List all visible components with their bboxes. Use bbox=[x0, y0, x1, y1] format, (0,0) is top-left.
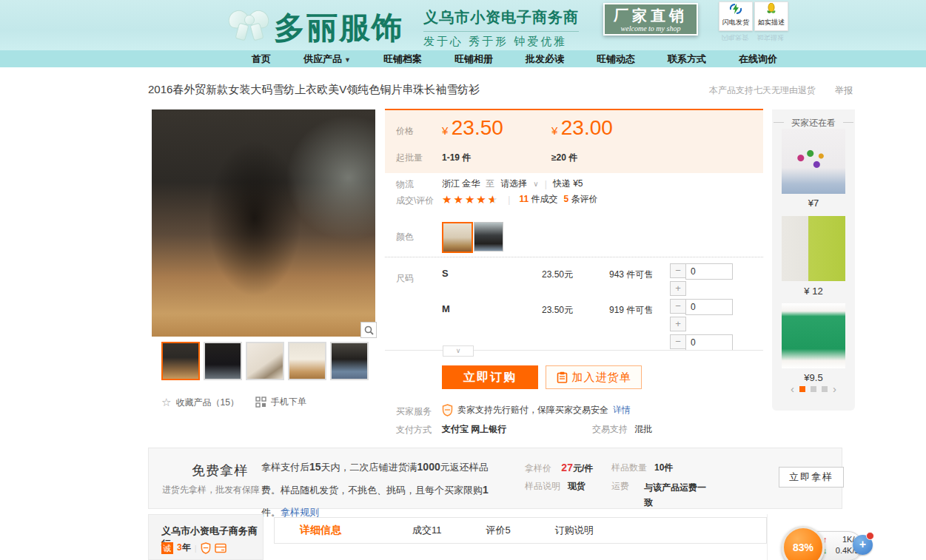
related-product-1[interactable] bbox=[782, 129, 845, 194]
favorite-product[interactable]: ☆ 收藏产品（15） bbox=[161, 396, 239, 409]
size-row-m: M 23.50元 919 件可售 − + bbox=[385, 294, 763, 330]
star-outline-icon: ☆ bbox=[161, 396, 171, 409]
free-sample-section: 免费拿样 进货先拿样，批发有保障！ 拿样支付后15天内，二次店铺进货满1000元… bbox=[148, 448, 842, 509]
detail-link[interactable]: 详情 bbox=[613, 404, 631, 416]
honest-description-tile[interactable]: 如实描述 bbox=[754, 1, 788, 31]
divider bbox=[385, 350, 763, 351]
minus-button[interactable]: − bbox=[670, 334, 686, 349]
return-policy-text: 本产品支持七天无理由退货 bbox=[709, 84, 816, 97]
nav-item-archive[interactable]: 旺铺档案 bbox=[383, 53, 422, 66]
thumbnail-4[interactable] bbox=[288, 342, 326, 380]
color-swatch-2[interactable] bbox=[474, 222, 503, 252]
clipboard-icon bbox=[557, 371, 568, 383]
pager-prev-icon[interactable]: ‹ bbox=[791, 385, 794, 393]
destination-select[interactable]: 请选择 bbox=[500, 178, 527, 190]
trade-support-value: 混批 bbox=[634, 423, 652, 436]
min-qty-tier-1: 1-19 件 bbox=[442, 152, 471, 164]
main-nav: 首页 供应产品▼ 旺铺档案 旺铺相册 批发必读 旺铺动态 联系方式 在线询价 bbox=[0, 50, 926, 67]
logistics-label: 物流 bbox=[396, 178, 414, 191]
color-swatch-1[interactable] bbox=[442, 222, 473, 253]
tab-detail-info[interactable]: 详细信息 bbox=[300, 524, 341, 537]
buyer-service-row: 卖家支持先行赔付，保障买家交易安全 详情 bbox=[442, 404, 631, 416]
pager-dot-2[interactable] bbox=[811, 386, 816, 392]
sample-qty-row: 样品数量 10件 bbox=[611, 462, 673, 474]
nav-item-contact[interactable]: 联系方式 bbox=[668, 53, 706, 66]
mobile-order-label: 手机下单 bbox=[271, 396, 306, 408]
report-link[interactable]: 举报 bbox=[835, 84, 853, 97]
express-fee: 快递 ¥5 bbox=[553, 178, 583, 190]
related-product-3[interactable] bbox=[782, 303, 845, 368]
chevron-down-icon[interactable]: ∨ bbox=[533, 180, 538, 188]
product-photo[interactable] bbox=[152, 109, 375, 337]
size-row-s: S 23.50元 943 件可售 − + bbox=[385, 259, 763, 294]
divider bbox=[385, 257, 763, 257]
nav-item-products[interactable]: 供应产品▼ bbox=[303, 53, 351, 66]
buyer-service-label: 买家服务 bbox=[396, 405, 432, 418]
size-list: S 23.50元 943 件可售 − + M 23.50元 919 件可售 − … bbox=[385, 259, 763, 350]
payment-methods[interactable]: 支付宝 网上银行 bbox=[442, 423, 506, 436]
nav-item-inquiry[interactable]: 在线询价 bbox=[739, 53, 777, 66]
sample-note-row: 样品说明 现货 bbox=[525, 480, 586, 493]
nav-item-news[interactable]: 旺铺动态 bbox=[597, 53, 635, 66]
size-row-3: − bbox=[385, 330, 763, 350]
price-label: 价格 bbox=[396, 125, 414, 138]
related-price-1: ¥7 bbox=[772, 198, 855, 209]
plus-button[interactable]: + bbox=[670, 317, 686, 331]
quantity-input[interactable] bbox=[685, 299, 733, 315]
deal-rating-label: 成交\评价 bbox=[396, 195, 434, 207]
pager-dot-1[interactable] bbox=[799, 386, 805, 392]
add-to-cart-button[interactable]: 加入进货单 bbox=[546, 365, 642, 389]
sample-ship-row: 运费 与该产品运费一致 bbox=[611, 480, 722, 510]
pager-dot-3[interactable] bbox=[822, 386, 828, 392]
to-label: 至 bbox=[486, 178, 494, 190]
deal-count[interactable]: 11 件成交 bbox=[519, 193, 557, 206]
shop-tagline: 义乌市小资电子商务商 bbox=[423, 7, 579, 27]
minus-button[interactable]: − bbox=[670, 263, 686, 278]
also-viewing-sidebar: 买家还在看 ¥7 ¥ 12 ¥9.5 ‹ › bbox=[772, 109, 855, 411]
tab-order-notes[interactable]: 订购说明 bbox=[555, 524, 594, 537]
review-count[interactable]: 5 条评价 bbox=[563, 193, 597, 206]
nav-item-album[interactable]: 旺铺相册 bbox=[454, 53, 493, 66]
dropdown-arrow-icon: ▼ bbox=[344, 56, 351, 64]
guarantee-card-icon bbox=[215, 543, 227, 553]
qr-code-icon bbox=[255, 397, 266, 408]
shop-tagline-block: 义乌市小资电子商务商 发于心 秀于形 钟爱优雅 bbox=[423, 7, 579, 49]
tab-reviews[interactable]: 评价5 bbox=[486, 524, 511, 537]
thumbnail-5[interactable] bbox=[330, 342, 369, 380]
fast-shipping-tile[interactable]: 闪电发货 bbox=[719, 1, 753, 31]
magnifier-icon[interactable] bbox=[360, 322, 377, 338]
pager-next-icon[interactable]: › bbox=[833, 385, 836, 393]
sample-subtitle: 进货先拿样，批发有保障！ bbox=[162, 484, 269, 496]
min-qty-label: 起批量 bbox=[396, 152, 423, 164]
order-now-button[interactable]: 立即订购 bbox=[442, 365, 538, 389]
seller-badges: 诚 3年 | bbox=[161, 542, 227, 554]
sample-price-row: 拿样价 27元/件 bbox=[525, 462, 593, 475]
mobile-order[interactable]: 手机下单 bbox=[255, 396, 306, 408]
tab-deals[interactable]: 成交11 bbox=[412, 524, 442, 537]
thumbnail-2[interactable] bbox=[204, 342, 242, 380]
expand-sizes-button[interactable]: ∨ bbox=[443, 345, 474, 357]
nav-item-home[interactable]: 首页 bbox=[252, 53, 271, 66]
detail-tabs: 详细信息 成交11 评价5 订购说明 bbox=[274, 517, 767, 544]
price-tier-2: ¥ 23.00 bbox=[551, 116, 613, 140]
corn-icon bbox=[765, 3, 778, 15]
minus-button[interactable]: − bbox=[670, 299, 686, 314]
sidebar-pager: ‹ › bbox=[772, 385, 855, 393]
thumbnail-1[interactable] bbox=[161, 342, 200, 380]
get-sample-button[interactable]: 立即拿样 bbox=[779, 467, 844, 488]
plus-button[interactable]: + bbox=[670, 281, 686, 296]
related-product-2[interactable] bbox=[782, 216, 845, 281]
fast-shipping-reflection: 闪电发货 bbox=[719, 33, 751, 42]
quantity-input[interactable] bbox=[685, 334, 733, 350]
logistics-row: 浙江 金华 至 请选择 ∨ | 快递 ¥5 bbox=[442, 178, 583, 190]
sample-rules-link[interactable]: 拿样规则 bbox=[281, 507, 319, 518]
thumbnail-3[interactable] bbox=[246, 342, 284, 380]
quantity-input[interactable] bbox=[685, 263, 733, 280]
integrity-badge: 诚 bbox=[161, 542, 173, 554]
favorite-label: 收藏产品（15） bbox=[175, 397, 238, 409]
nav-item-wholesale-guide[interactable]: 批发必读 bbox=[526, 53, 564, 66]
member-years: 3年 bbox=[177, 542, 191, 554]
sidebar-title: 买家还在看 bbox=[772, 117, 855, 129]
title-right-links: 本产品支持七天无理由退货 举报 bbox=[666, 84, 853, 97]
sample-title: 免费拿样 bbox=[192, 462, 248, 479]
